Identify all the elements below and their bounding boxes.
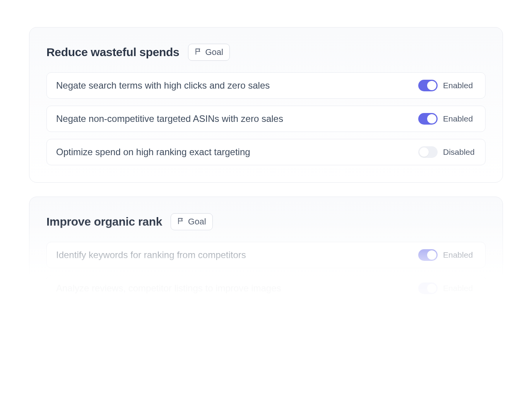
toggle-wrapper: Disabled xyxy=(418,146,476,158)
goal-badge-label: Goal xyxy=(188,217,206,227)
rule-text: Negate search terms with high clicks and… xyxy=(56,80,270,91)
toggle-wrapper: Enabled xyxy=(418,282,476,294)
card-header: Improve organic rank Goal xyxy=(46,213,486,230)
toggle-status-label: Disabled xyxy=(443,147,476,157)
goal-badge: Goal xyxy=(171,213,212,230)
rule-text: Optimize spend on high ranking exact tar… xyxy=(56,147,250,157)
rule-text: Analyze reviews, competitor listings to … xyxy=(56,283,281,294)
goal-card-reduce-wasteful-spends: Reduce wasteful spends Goal Negate searc… xyxy=(29,27,503,183)
rule-toggle[interactable] xyxy=(418,80,438,91)
goal-badge: Goal xyxy=(188,44,230,61)
toggle-status-label: Enabled xyxy=(443,114,476,123)
rule-toggle[interactable] xyxy=(418,282,438,294)
rule-toggle[interactable] xyxy=(418,113,438,125)
toggle-knob xyxy=(427,284,436,293)
toggle-wrapper: Enabled xyxy=(418,249,476,261)
toggle-knob xyxy=(427,250,436,260)
rule-item: Negate non-competitive targeted ASINs wi… xyxy=(46,106,486,132)
toggle-wrapper: Enabled xyxy=(418,80,476,91)
rule-item: Analyze reviews, competitor listings to … xyxy=(46,275,486,301)
toggle-knob xyxy=(419,147,429,157)
card-header: Reduce wasteful spends Goal xyxy=(46,44,486,61)
rule-item: Optimize spend on high ranking exact tar… xyxy=(46,139,486,165)
rule-item: Negate search terms with high clicks and… xyxy=(46,72,486,99)
rule-item: Identify keywords for ranking from compe… xyxy=(46,242,486,268)
card-title: Improve organic rank xyxy=(46,215,162,228)
flag-icon xyxy=(195,48,202,57)
toggle-status-label: Enabled xyxy=(443,250,476,260)
toggle-knob xyxy=(427,114,436,123)
rule-toggle[interactable] xyxy=(418,249,438,261)
toggle-status-label: Enabled xyxy=(443,284,476,293)
goal-card-improve-organic-rank: Improve organic rank Goal Identify keywo… xyxy=(29,197,503,319)
toggle-wrapper: Enabled xyxy=(418,113,476,125)
rule-toggle[interactable] xyxy=(418,146,438,158)
toggle-status-label: Enabled xyxy=(443,81,476,90)
toggle-knob xyxy=(427,81,436,90)
card-title: Reduce wasteful spends xyxy=(46,46,180,59)
rule-text: Negate non-competitive targeted ASINs wi… xyxy=(56,113,283,124)
goal-badge-label: Goal xyxy=(205,47,223,57)
flag-icon xyxy=(177,217,185,226)
rule-text: Identify keywords for ranking from compe… xyxy=(56,250,246,260)
